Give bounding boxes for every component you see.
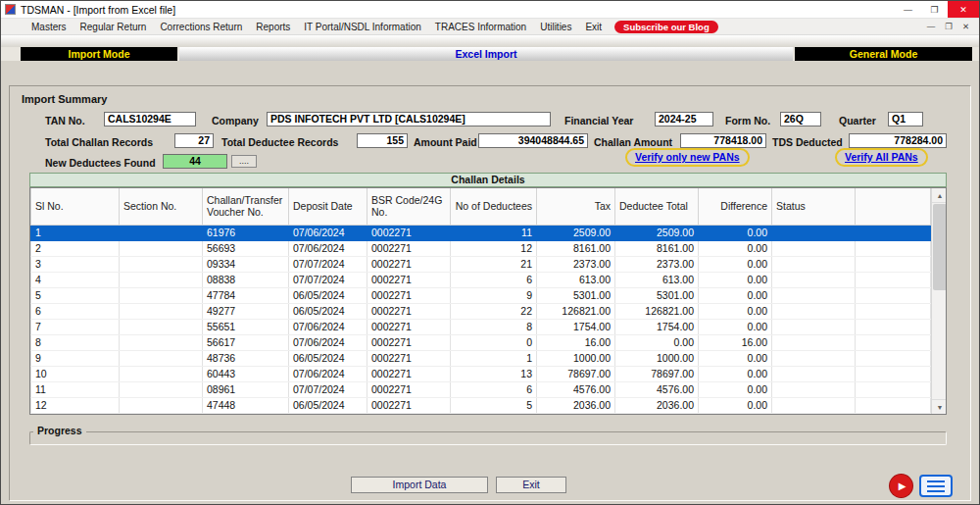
column-header[interactable]: Sl No. [31, 188, 120, 225]
menu-item-reports[interactable]: Reports [249, 22, 297, 32]
modebar: Import Mode Excel Import General Mode [1, 47, 979, 61]
column-header[interactable]: Difference [699, 188, 772, 225]
cell [856, 256, 931, 272]
table-row[interactable]: 124744806/05/2024000227152036.002036.000… [31, 397, 931, 413]
cell [772, 350, 856, 366]
tds-deducted-label: TDS Deducted [772, 136, 843, 148]
cell [856, 334, 931, 350]
cell: 1754.00 [537, 319, 615, 334]
cell: 07/07/2024 [289, 256, 368, 272]
column-header[interactable]: Deductee Total [615, 188, 699, 225]
total-challan-records-label: Total Challan Records [45, 136, 153, 148]
tds-deducted-field: 778284.00 [849, 133, 947, 148]
cell: 08838 [203, 272, 289, 287]
column-header[interactable]: Tax [537, 188, 615, 225]
menubar: MastersRegular ReturnCorrections ReturnR… [1, 19, 979, 35]
browse-button[interactable]: .... [231, 155, 257, 168]
menu-item-masters[interactable]: Masters [24, 22, 74, 32]
table-row[interactable]: 30933407/07/20240002271212373.002373.000… [31, 256, 931, 272]
cell: 0002271 [368, 334, 451, 350]
maximize-icon[interactable]: ❐ [921, 1, 948, 18]
menu-item-traces-information[interactable]: TRACES Information [428, 22, 533, 32]
cell [772, 397, 856, 413]
subscribe-blog-button[interactable]: Subscribe our Blog [614, 21, 718, 33]
close-icon[interactable]: ✕ [948, 1, 979, 18]
cell: 0.00 [699, 366, 772, 381]
form-no-field[interactable]: 26Q [780, 112, 821, 126]
cell: 1000.00 [615, 350, 699, 366]
import-data-button[interactable]: Import Data [351, 477, 488, 493]
column-header[interactable]: BSR Code/24G No. [368, 188, 451, 225]
table-row[interactable]: 54778406/05/2024000227195301.005301.000.… [31, 287, 931, 303]
cell [772, 303, 856, 319]
table-row[interactable]: 106044307/06/202400022711378697.0078697.… [31, 366, 931, 381]
verify-only-new-pans-link[interactable]: Verify only new PANs [635, 151, 740, 163]
column-header[interactable]: Challan/Transfer Voucher No. [203, 188, 289, 225]
cell [856, 366, 931, 381]
cell: 2373.00 [537, 256, 615, 272]
cell: 0002271 [368, 350, 451, 366]
column-header[interactable]: Status [772, 188, 856, 225]
table-row[interactable]: 16197607/06/20240002271112509.002509.000… [31, 225, 931, 240]
cell: 0.00 [699, 272, 772, 287]
cell: 16.00 [699, 334, 772, 350]
play-button[interactable]: ▶ [890, 475, 912, 497]
vertical-scrollbar[interactable]: ▲ ▼ [931, 188, 947, 414]
notes-button[interactable] [919, 475, 953, 497]
menu-item-corrections-return[interactable]: Corrections Return [153, 22, 249, 32]
titlebar: TDSMAN - [Import from Excel file] — ❐ ✕ [1, 1, 979, 19]
cell: 06/05/2024 [289, 287, 368, 303]
mdi-close-icon[interactable]: ✕ [962, 22, 969, 31]
scroll-up-icon[interactable]: ▲ [932, 188, 947, 203]
column-header[interactable]: Section No. [120, 188, 203, 225]
cell: 613.00 [537, 272, 615, 287]
table-row[interactable]: 64927706/05/2024000227122126821.00126821… [31, 303, 931, 319]
amount-paid-field: 394048844.65 [478, 133, 588, 148]
menu-item-it-portal-nsdl-information[interactable]: IT Portal/NSDL Information [297, 22, 428, 32]
exit-button[interactable]: Exit [496, 477, 566, 493]
cell: 47784 [203, 287, 289, 303]
table-row[interactable]: 25669307/06/20240002271128161.008161.000… [31, 240, 931, 256]
quarter-field[interactable]: Q1 [888, 112, 923, 126]
import-mode-tab[interactable]: Import Mode [21, 47, 177, 61]
cell [120, 256, 203, 272]
toolstrip [1, 35, 979, 47]
cell: 0002271 [368, 381, 451, 397]
table-row[interactable]: 40883807/07/202400022716613.00613.000.00 [31, 272, 931, 287]
tan-field[interactable]: CALS10294E [104, 112, 196, 126]
menu-item-utilities[interactable]: Utilities [533, 22, 578, 32]
cell [856, 381, 931, 397]
cell: 61976 [203, 225, 289, 240]
menu-item-exit[interactable]: Exit [578, 22, 609, 32]
window-title: TDSMAN - [Import from Excel file] [21, 4, 175, 16]
column-header[interactable]: Deposit Date [289, 188, 368, 225]
table-row[interactable]: 85661707/06/20240002271016.000.0016.00 [31, 334, 931, 350]
verify-all-pans-link[interactable]: Verify All PANs [845, 151, 918, 163]
table-row[interactable]: 94873606/05/2024000227111000.001000.000.… [31, 350, 931, 366]
company-field[interactable]: PDS INFOTECH PVT LTD [CALS10294E] [267, 112, 551, 126]
menu-item-regular-return[interactable]: Regular Return [74, 22, 154, 32]
challan-details-header: Challan Details [29, 173, 947, 187]
cell [856, 350, 931, 366]
cell [120, 319, 203, 334]
cell: 06/05/2024 [289, 397, 368, 413]
cell: 10 [31, 366, 120, 381]
cell [772, 287, 856, 303]
scrollbar-thumb[interactable] [933, 204, 947, 290]
scroll-down-icon[interactable]: ▼ [932, 399, 947, 414]
tan-label: TAN No. [45, 115, 85, 126]
cell: 07/06/2024 [289, 225, 368, 240]
table-row[interactable]: 75565107/06/2024000227181754.001754.000.… [31, 319, 931, 334]
cell [120, 350, 203, 366]
cell: 0.00 [699, 303, 772, 319]
cell: 55651 [203, 319, 289, 334]
column-header[interactable]: No of Deductees [451, 188, 537, 225]
cell: 2036.00 [615, 397, 699, 413]
cell: 0002271 [368, 397, 451, 413]
general-mode-tab[interactable]: General Mode [795, 47, 972, 61]
minimize-icon[interactable]: — [895, 1, 921, 18]
financial-year-field[interactable]: 2024-25 [655, 112, 713, 126]
table-row[interactable]: 110896107/07/2024000227164576.004576.000… [31, 381, 931, 397]
mdi-minimize-icon[interactable]: — [927, 22, 936, 31]
mdi-restore-icon[interactable]: ❐ [945, 22, 953, 31]
